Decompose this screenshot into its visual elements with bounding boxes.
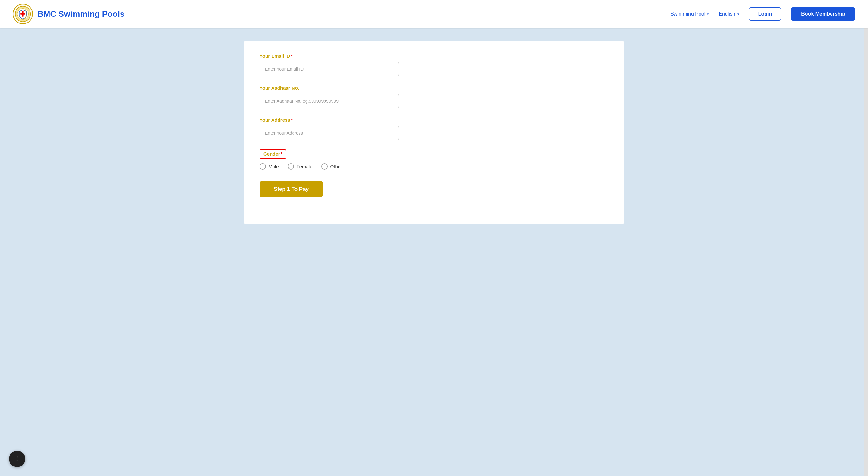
- gender-male-label: Male: [269, 164, 279, 169]
- chevron-down-icon: ▾: [707, 12, 709, 16]
- chat-icon: !: [16, 455, 18, 463]
- address-input[interactable]: [259, 126, 399, 140]
- radio-other-icon: [321, 163, 328, 170]
- svg-rect-3: [20, 13, 25, 14]
- gender-group: Gender* Male Female Other: [259, 149, 609, 170]
- swimming-pool-label: Swimming Pool: [670, 11, 705, 17]
- address-label: Your Address*: [259, 117, 609, 123]
- email-input[interactable]: [259, 62, 399, 76]
- chat-bubble[interactable]: !: [9, 451, 25, 467]
- gender-male-option[interactable]: Male: [259, 163, 279, 170]
- svg-text:✦ ✦ ✦ ✦ ✦: ✦ ✦ ✦ ✦ ✦: [20, 20, 26, 22]
- gender-options: Male Female Other: [259, 163, 609, 170]
- main-wrapper: Your Email ID* Your Aadhaar No. Your Add…: [0, 28, 868, 243]
- radio-male-icon: [259, 163, 266, 170]
- gender-other-option[interactable]: Other: [321, 163, 342, 170]
- gender-female-label: Female: [297, 164, 312, 169]
- login-button[interactable]: Login: [749, 7, 782, 21]
- aadhaar-group: Your Aadhaar No.: [259, 85, 609, 108]
- chevron-down-icon: ▾: [737, 12, 739, 16]
- form-card: Your Email ID* Your Aadhaar No. Your Add…: [244, 41, 624, 225]
- gender-other-label: Other: [330, 164, 342, 169]
- radio-female-icon: [288, 163, 294, 170]
- language-label: English: [719, 11, 735, 17]
- address-group: Your Address*: [259, 117, 609, 140]
- swimming-pool-nav[interactable]: Swimming Pool ▾: [670, 11, 709, 17]
- aadhaar-input[interactable]: [259, 94, 399, 108]
- email-label: Your Email ID*: [259, 53, 609, 59]
- logo-icon: ✦ ✦ ✦ ✦ ✦: [13, 4, 33, 24]
- step1-pay-button[interactable]: Step 1 To Pay: [259, 181, 323, 197]
- logo-area: ✦ ✦ ✦ ✦ ✦ BMC Swimming Pools: [13, 4, 124, 24]
- book-membership-button[interactable]: Book Membership: [791, 7, 855, 21]
- email-required-star: *: [290, 53, 292, 59]
- gender-required-star: *: [281, 151, 283, 157]
- email-group: Your Email ID*: [259, 53, 609, 76]
- language-nav[interactable]: English ▾: [719, 11, 739, 17]
- nav-area: Swimming Pool ▾ English ▾ Login Book Mem…: [670, 7, 855, 21]
- header: ✦ ✦ ✦ ✦ ✦ BMC Swimming Pools Swimming Po…: [0, 0, 868, 28]
- gender-female-option[interactable]: Female: [288, 163, 312, 170]
- gender-label: Gender*: [263, 151, 282, 157]
- address-required-star: *: [291, 117, 293, 123]
- gender-label-box: Gender*: [259, 149, 286, 159]
- site-title: BMC Swimming Pools: [37, 9, 124, 19]
- aadhaar-label: Your Aadhaar No.: [259, 85, 609, 91]
- scrollbar[interactable]: [864, 0, 868, 476]
